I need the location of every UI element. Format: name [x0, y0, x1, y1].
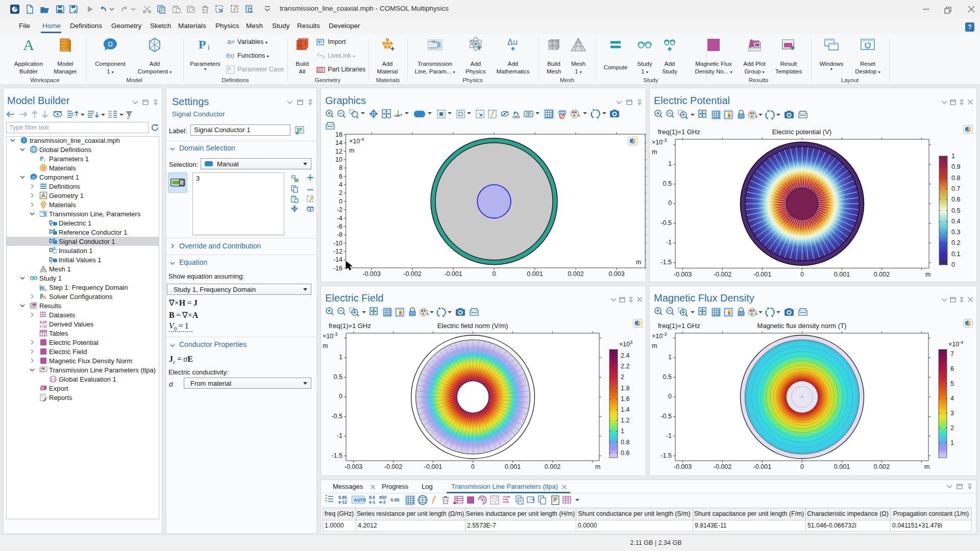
- svg-text:Ω: Ω: [32, 175, 35, 180]
- svg-text:i: i: [208, 43, 209, 52]
- svg-text:i: i: [44, 158, 45, 163]
- svg-text:8.5: 8.5: [51, 378, 56, 381]
- svg-text:e-1: e-1: [369, 499, 376, 505]
- svg-text:P: P: [40, 155, 43, 162]
- svg-text:0.85: 0.85: [390, 497, 400, 503]
- svg-text:AUTO: AUTO: [354, 497, 366, 503]
- svg-text:D: D: [49, 238, 53, 244]
- svg-text:e-3: e-3: [379, 499, 386, 505]
- svg-text:e-12: e-12: [338, 499, 347, 505]
- svg-text:□: □: [45, 368, 47, 371]
- svg-text:Ω: Ω: [108, 40, 113, 48]
- svg-text:f(x): f(x): [226, 53, 234, 59]
- svg-text:u: u: [513, 38, 518, 46]
- svg-text:a=: a=: [227, 38, 235, 45]
- svg-text:D: D: [49, 220, 53, 226]
- svg-text:e-12: e-12: [40, 324, 47, 328]
- svg-text:D: D: [49, 257, 53, 262]
- svg-text:D: D: [49, 229, 53, 235]
- svg-text:P: P: [199, 38, 206, 51]
- svg-text:A: A: [23, 37, 34, 53]
- svg-text:Δ: Δ: [507, 38, 513, 46]
- svg-text:D: D: [49, 247, 53, 253]
- svg-text:P: P: [228, 67, 231, 72]
- svg-text:8.85: 8.85: [40, 320, 47, 324]
